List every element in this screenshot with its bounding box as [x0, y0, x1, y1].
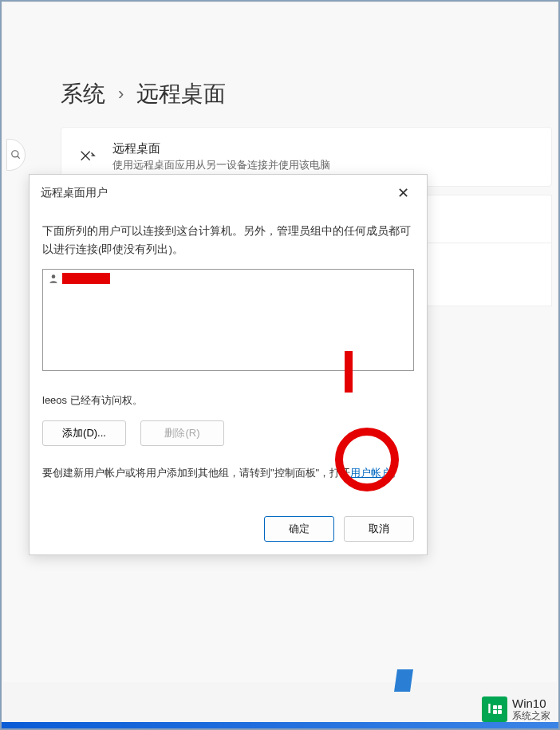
dialog-titlebar: 远程桌面用户 ✕	[30, 175, 427, 211]
close-button[interactable]: ✕	[391, 183, 416, 203]
watermark-sub: 系统之家	[512, 711, 550, 721]
dialog-title: 远程桌面用户	[41, 186, 108, 200]
svg-point-4	[52, 274, 56, 278]
breadcrumb-current: 远程桌面	[136, 79, 226, 109]
window-peek	[394, 669, 413, 692]
access-note: leeos 已经有访问权。	[42, 393, 414, 408]
card-title: 远程桌面	[112, 141, 330, 156]
search-icon-partial[interactable]	[6, 139, 26, 171]
watermark-text: Win10 系统之家	[512, 697, 550, 721]
hint-prefix: 要创建新用户帐户或将用户添加到其他组，请转到"控制面板"，打开	[42, 467, 350, 479]
annotation-bar	[345, 351, 353, 393]
breadcrumb: 系统 › 远程桌面	[61, 79, 226, 109]
watermark: I Win10 系统之家	[482, 696, 550, 722]
user-listbox[interactable]	[42, 269, 414, 371]
watermark-logo: I	[482, 696, 507, 722]
remote-desktop-users-dialog: 远程桌面用户 ✕ 下面所列的用户可以连接到这台计算机。另外，管理员组中的任何成员…	[29, 174, 428, 555]
watermark-brand: Win10	[512, 697, 550, 711]
annotation-circle	[335, 428, 399, 491]
chevron-right-icon: ›	[118, 84, 124, 105]
windows-icon	[493, 705, 502, 714]
magnifier-icon	[10, 149, 22, 160]
add-button[interactable]: 添加(D)...	[42, 420, 126, 446]
cancel-button[interactable]: 取消	[344, 516, 414, 542]
ok-button[interactable]: 确定	[264, 516, 334, 542]
remote-desktop-icon	[77, 148, 97, 167]
dialog-message: 下面所列的用户可以连接到这台计算机。另外，管理员组中的任何成员都可以进行连接(即…	[42, 223, 414, 259]
user-icon	[48, 273, 59, 284]
dialog-footer: 确定 取消	[264, 516, 414, 542]
breadcrumb-system[interactable]: 系统	[61, 79, 105, 109]
svg-line-1	[18, 156, 20, 159]
remove-button[interactable]: 删除(R)	[140, 420, 224, 446]
taskbar-edge	[2, 722, 558, 728]
user-item[interactable]	[48, 273, 408, 284]
card-text: 远程桌面 使用远程桌面应用从另一设备连接并使用该电脑	[112, 141, 330, 172]
card-desc: 使用远程桌面应用从另一设备连接并使用该电脑	[112, 158, 330, 172]
svg-point-0	[12, 151, 18, 157]
redacted-username	[62, 273, 110, 284]
